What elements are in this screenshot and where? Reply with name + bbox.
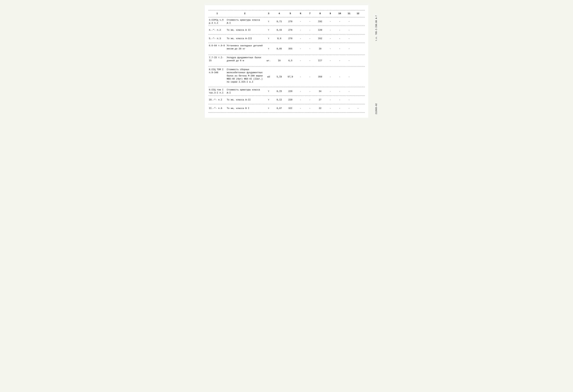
table-row: 4.-"- п.2 То же, класса А II т 0,43 278 … [208, 26, 365, 34]
cell-5-4: 6,5 [285, 55, 296, 67]
cell-11-4: - [344, 55, 354, 67]
cell-8-5: 350 [315, 67, 326, 87]
cell-7-0: - [305, 17, 315, 26]
cell-11-0: - [344, 17, 354, 26]
cell-3-1: т [264, 26, 274, 34]
cell-8-1: I20 [315, 26, 326, 34]
cell-6-5: - [296, 67, 305, 87]
col-header-11: 11 [344, 11, 354, 16]
cell-10-8: - [335, 104, 344, 112]
col-header-3: 3 [264, 11, 274, 16]
cell-4-1: 0,43 [274, 26, 285, 34]
col-header-8: 8 [315, 11, 326, 16]
col-header-2: 2 [226, 11, 264, 16]
table-row: 3.ССРСЦ ч.П р.4 п.I Стоимость арматуры к… [208, 17, 365, 26]
table-row: 8.ССЦ ТОМ I п.9-348 Стоимость сборных же… [208, 67, 365, 87]
cell-5-5: 67,9 [285, 67, 296, 87]
cell-6-6: - [296, 87, 305, 95]
cell-12-1 [354, 26, 362, 34]
cell-4-3: 0,05 [274, 43, 285, 55]
cell-10-1: - [335, 26, 344, 34]
cell-4-7: 0,I2 [274, 96, 285, 104]
cell-12-5 [354, 67, 362, 87]
cell-7-5: - [305, 67, 315, 87]
col-header-9: 9 [326, 11, 335, 16]
cell-4-4: I8 [274, 55, 285, 67]
cell-3-7: т [264, 96, 274, 104]
cell-7-3: - [305, 43, 315, 55]
cell-12-0 [354, 17, 362, 26]
cell-11-6: - [344, 87, 354, 95]
side-note-bottom: 212665-02 [375, 103, 378, 114]
cell-2-1: То же, класса А II [226, 26, 264, 34]
cell-11-8: - [344, 104, 354, 112]
cell-3-5: м3 [264, 67, 274, 87]
cell-9-6: - [326, 87, 335, 95]
cell-10-6: - [335, 87, 344, 95]
cell-3-4: шт. [264, 55, 274, 67]
cell-11-1: - [344, 26, 354, 34]
cell-8-3: I8 [315, 43, 326, 55]
table-body: 3.ССРСЦ ч.П р.4 п.I Стоимость арматуры к… [208, 17, 365, 113]
cell-7-1: - [305, 26, 315, 34]
table-row: II.-"- п.6 То же, класса В I т 0,07 32I … [208, 104, 365, 113]
cell-6-7: - [296, 96, 305, 104]
cell-2-7: То же, класса А-II [226, 96, 264, 104]
cell-3-8: т [264, 104, 274, 112]
cell-6-0: - [296, 17, 305, 26]
cell-5-0: 270 [285, 17, 296, 26]
cell-6-4: - [296, 55, 305, 67]
cell-7-7: - [305, 96, 315, 104]
cell-10-2: - [335, 34, 344, 43]
cell-3-3: т [264, 43, 274, 55]
cell-9-7: - [326, 96, 335, 104]
cell-4-6: 0,I5 [274, 87, 285, 95]
cell-4-8: 0,07 [274, 104, 285, 112]
col-header-7: 7 [305, 11, 315, 16]
cell-8-6: 34 [315, 87, 326, 95]
col-header-1: 1 [208, 11, 226, 16]
cell-1-1: 4.-"- п.2 [208, 26, 226, 34]
cell-5-6: 229 [285, 87, 296, 95]
cell-2-5: Стоимость сборных железобетонных фундаме… [226, 67, 264, 87]
cell-11-7: - [344, 96, 354, 104]
cell-5-3: 355 [285, 43, 296, 55]
col-header-10: 10 [335, 11, 344, 16]
cell-1-6: 9.ССЦ том I тао.3-I п.I [208, 87, 226, 95]
cell-1-3: 6.6-84 т.9-8 [208, 43, 226, 55]
cell-9-3: - [326, 43, 335, 55]
cell-5-1: 278 [285, 26, 296, 34]
cell-12-8: - [354, 104, 362, 112]
cell-4-2: 0,6 [274, 34, 285, 43]
header-row: 1 2 3 4 5 6 7 8 9 10 11 12 [208, 10, 365, 17]
page-container: 1 2 3 4 5 6 7 8 9 10 11 12 3.ССРСЦ ч.П р… [205, 5, 368, 118]
cell-4-5: 5,I8 [274, 67, 285, 87]
cell-8-7: 27 [315, 96, 326, 104]
col-header-4: 4 [274, 11, 285, 16]
cell-12-6 [354, 87, 362, 95]
cell-1-5: 8.ССЦ ТОМ I п.9-348 [208, 67, 226, 87]
cell-1-7: I0.-"- п.I [208, 96, 226, 104]
table-row: 9.ССЦ том I тао.3-I п.I Стоимость армату… [208, 87, 365, 96]
cell-7-6: - [305, 87, 315, 95]
cell-2-2: То же, класса А-III [226, 34, 264, 43]
table-row: 6.6-84 т.9-8 Установка закладных деталей… [208, 43, 365, 55]
cell-9-5: - [326, 67, 335, 87]
cell-7-4: - [305, 55, 315, 67]
table-row: 7.7-I5 т.I-I5 Укладка фундаментных балок… [208, 55, 365, 67]
cell-9-0: - [326, 17, 335, 26]
cell-2-0: Стоимость арматуры класса А-I [226, 17, 264, 26]
side-note-top: т.п. 705-I-I99.88 А-7 [375, 15, 378, 41]
cell-8-4: II7 [315, 55, 326, 67]
cell-2-8: То же, класса В I [226, 104, 264, 112]
cell-8-0: I92 [315, 17, 326, 26]
cell-9-1: - [326, 26, 335, 34]
table-row: 5.-"- п.3 То же, класса А-III т 0,6 270 … [208, 34, 365, 43]
cell-3-2: т [264, 34, 274, 43]
cell-9-2: - [326, 34, 335, 43]
cell-1-4: 7.7-I5 т.I-I5 [208, 55, 226, 67]
col-header-12: 12 [354, 11, 362, 16]
cell-6-8: - [296, 104, 305, 112]
col-header-6: 6 [296, 11, 305, 16]
cell-10-3: - [335, 43, 344, 55]
